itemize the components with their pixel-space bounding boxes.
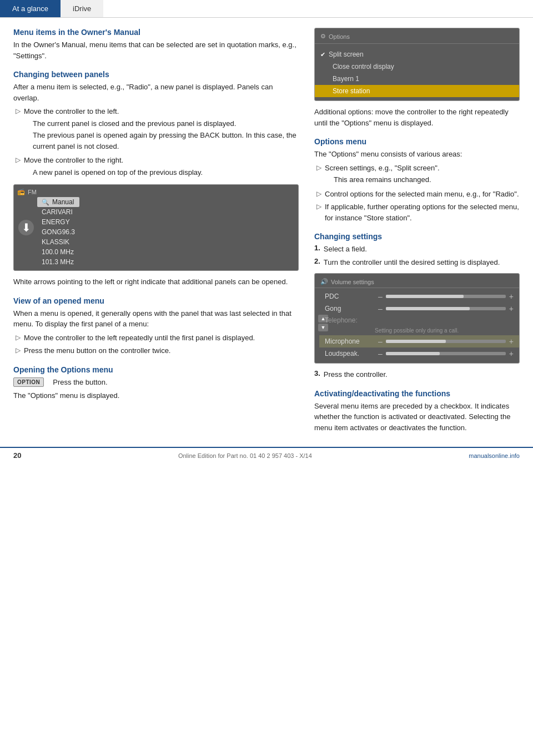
vol-plus-microphone[interactable]: + [509, 337, 514, 346]
options-bullet-screen-text: Screen settings, e.g., "Split screen". [325, 164, 440, 172]
vol-minus-pdc[interactable]: – [378, 292, 383, 301]
step-turn-controller: 2. Turn the controller until the desired… [314, 257, 520, 268]
step-3-num: 3. [314, 369, 320, 377]
vol-fill-pdc [386, 295, 464, 298]
bullet-arrow-2: ▷ [16, 156, 21, 164]
volume-panel-screenshot: 🔊 Volume settings ▲ ▼ PDC – + [314, 273, 520, 364]
vol-label-microphone: Microphone [325, 337, 375, 345]
fm-panel-screenshot: 📻 FM ⬇ 🔍 Manual CARIVARI ENERGY GONG96.3… [13, 184, 299, 271]
bullet-move-right: ▷ Move the controller to the right. A ne… [16, 155, 299, 179]
fm-item-100mhz[interactable]: 100.0 MHz [37, 247, 79, 257]
options-bullet-control-text: Control options for the selected main me… [325, 189, 519, 200]
vol-label-pdc: PDC [325, 293, 375, 300]
vol-bar-pdc [386, 295, 506, 298]
volume-icon: 🔊 [320, 278, 328, 285]
bullet-press-menu-button: ▷ Press the menu button on the controlle… [16, 345, 299, 356]
bullet-move-left-text: Move the controller to the left. [24, 107, 119, 115]
bullet-arrow-4: ▷ [16, 346, 21, 354]
volume-divider [315, 288, 519, 288]
press-button-text: Press the button. [53, 378, 107, 386]
fm-item-manual[interactable]: 🔍 Manual [37, 197, 79, 207]
edition-text: Online Edition for Part no. 01 40 2 957 … [178, 452, 312, 459]
tab-idrive[interactable]: iDrive [61, 0, 103, 17]
brand-text: manualsonline.info [469, 452, 520, 459]
options-bullet-applicable-text: If applicable, further operating options… [325, 201, 520, 223]
vol-nav-up[interactable]: ▲ [318, 315, 328, 322]
option-button[interactable]: OPTION [13, 377, 44, 387]
step-2-num: 2. [314, 257, 320, 265]
options-bullet-screen-settings: ▷ Screen settings, e.g., "Split screen".… [316, 163, 520, 187]
vol-fill-microphone [386, 340, 446, 343]
tab-at-a-glance[interactable]: At a glance [0, 0, 61, 17]
section-opened-menu-body: When a menu is opened, it generally open… [13, 308, 299, 330]
bullet-arrow-3: ▷ [16, 334, 21, 341]
vol-fill-loudspeaker [386, 352, 440, 355]
step-select-field: 1. Select a field. [314, 244, 520, 255]
volume-panel-nav[interactable]: ▲ ▼ [318, 315, 328, 331]
white-arrows-text: White arrows pointing to the left or rig… [13, 276, 299, 288]
section-activating-body: Several menu items are preceded by a che… [314, 401, 520, 434]
bullet-press-menu-button-text: Press the menu button on the controller … [24, 345, 170, 356]
options-displayed-text: The "Options" menu is displayed. [13, 390, 299, 401]
vol-row-pdc[interactable]: PDC – + [319, 290, 519, 303]
vol-label-gong: Gong [325, 305, 375, 313]
options-panel-header: ⚙ Options [315, 32, 519, 42]
vol-plus-pdc[interactable]: + [509, 292, 514, 301]
vol-row-microphone[interactable]: Microphone – + [319, 335, 519, 347]
search-icon: 🔍 [42, 199, 49, 206]
section-menu-items-heading: Menu items in the Owner's Manual [13, 28, 299, 37]
page-number: 20 [13, 451, 21, 460]
vol-disabled-text: Setting possible only during a call. [319, 326, 519, 335]
options-panel-screenshot: ⚙ Options ✔ Split screen Close control d… [314, 28, 520, 101]
vol-bar-microphone [386, 340, 506, 343]
step-1-text: Select a field. [324, 244, 367, 255]
fm-panel-menu: 🔍 Manual CARIVARI ENERGY GONG96.3 KLASSI… [37, 197, 79, 267]
fm-panel-nav-arrow[interactable]: ⬇ [18, 220, 34, 235]
vol-fill-gong [386, 307, 470, 310]
fm-item-carivari[interactable]: CARIVARI [37, 207, 79, 217]
vol-minus-gong[interactable]: – [378, 304, 383, 313]
fm-item-gong[interactable]: GONG96.3 [37, 227, 79, 237]
section-changing-settings-heading: Changing settings [314, 232, 520, 241]
bullet-move-left-repeatedly-text: Move the controller to the left repeated… [24, 332, 255, 344]
vol-row-loudspeaker[interactable]: Loudspeak. – + [319, 347, 519, 360]
vol-minus-loudspeaker[interactable]: – [378, 349, 383, 358]
vol-minus-microphone[interactable]: – [378, 337, 383, 346]
right-column: ⚙ Options ✔ Split screen Close control d… [314, 28, 520, 436]
options-bullet-arrow-3: ▷ [316, 203, 321, 210]
vol-plus-gong[interactable]: + [509, 304, 514, 313]
vol-nav-down[interactable]: ▼ [318, 324, 328, 331]
options-bullet-arrow-2: ▷ [316, 190, 321, 198]
fm-item-energy[interactable]: ENERGY [37, 217, 79, 227]
fm-item-klassik[interactable]: KLASSIK [37, 237, 79, 247]
bullet-move-right-sub1: A new panel is opened on top of the prev… [33, 167, 203, 178]
vol-bar-gong [386, 307, 506, 310]
step-1-num: 1. [314, 244, 320, 252]
left-column: Menu items in the Owner's Manual In the … [13, 28, 299, 436]
section-options-menu-heading: Options menu [314, 137, 520, 146]
vol-plus-loudspeaker[interactable]: + [509, 349, 514, 358]
bullet-move-left-repeatedly: ▷ Move the controller to the left repeat… [16, 332, 299, 344]
bullet-move-left-sub1: The current panel is closed and the prev… [33, 118, 299, 129]
step-2-text: Turn the controller until the desired se… [324, 257, 500, 268]
vol-label-telephone: Telephone: [325, 316, 375, 324]
vol-row-gong[interactable]: Gong – + [319, 303, 519, 315]
fm-item-101mhz[interactable]: 101.3 MHz [37, 257, 79, 267]
options-bullet-applicable: ▷ If applicable, further operating optio… [316, 201, 520, 223]
bullet-move-right-text: Move the controller to the right. [24, 156, 123, 164]
additional-options-text: Additional options: move the controller … [314, 107, 520, 128]
section-opening-options-heading: Opening the Options menu [13, 365, 299, 374]
options-item-store-station[interactable]: Store station [315, 85, 519, 97]
vol-label-loudspeaker: Loudspeak. [325, 350, 375, 357]
volume-panel-header: 🔊 Volume settings [315, 277, 519, 288]
options-divider [315, 43, 519, 44]
options-item-bayern1[interactable]: Bayern 1 [315, 73, 519, 85]
bullet-move-left-sub2: The previous panel is opened again by pr… [33, 130, 299, 152]
options-item-close-display[interactable]: Close control display [315, 61, 519, 73]
step-3-text: Press the controller. [324, 369, 388, 380]
options-item-split-screen[interactable]: ✔ Split screen [315, 48, 519, 61]
section-changing-panels-body: After a menu item is selected, e.g., "Ra… [13, 82, 299, 103]
check-icon-split: ✔ [320, 51, 325, 58]
fm-icon: 📻 [17, 188, 25, 195]
top-navigation: At a glance iDrive [0, 0, 533, 18]
